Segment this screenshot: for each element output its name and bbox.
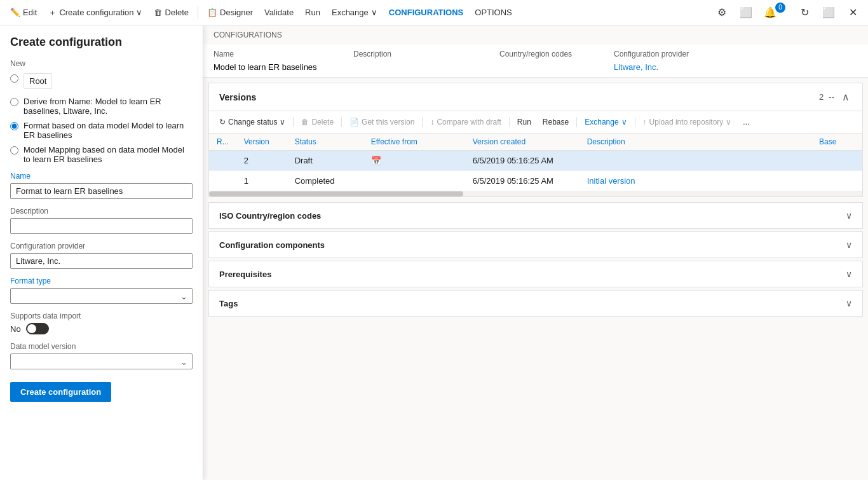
config-provider-value[interactable]: Litware, Inc.: [614, 62, 858, 72]
configurations-nav-button[interactable]: CONFIGURATIONS: [384, 5, 468, 20]
cell-effective-1: [363, 171, 465, 191]
panel-title: Create configuration: [10, 36, 193, 49]
table-row[interactable]: 2Draft📅6/5/2019 05:16:25 AM: [209, 151, 862, 171]
collapsible-header-1[interactable]: Configuration components∨: [209, 232, 862, 257]
description-field: Description: [10, 207, 193, 234]
table-header-row: R... Version Status Effective from Versi…: [209, 134, 862, 151]
country-column-header: Country/region codes: [499, 50, 614, 58]
right-content: CONFIGURATIONS Name Description Country/…: [203, 25, 868, 480]
collapsible-title-2: Prerequisites: [219, 270, 271, 279]
data-model-version-field: Data model version: [10, 342, 193, 369]
format-type-select-wrapper: [10, 288, 193, 304]
exchange-button[interactable]: Exchange ∨: [327, 5, 383, 20]
col-header-effective[interactable]: Effective from: [363, 134, 465, 151]
scroll-thumb[interactable]: [209, 191, 463, 196]
more-options-button[interactable]: ...: [738, 115, 754, 129]
horizontal-scrollbar[interactable]: [209, 191, 862, 196]
upload-repository-button[interactable]: ↑ Upload into repository ∨: [638, 115, 737, 129]
chevron-down-icon-0: ∨: [846, 210, 852, 221]
create-configuration-button[interactable]: ＋ Create configuration ∨: [43, 4, 147, 21]
rebase-button[interactable]: Rebase: [538, 115, 574, 129]
table-row[interactable]: 1Completed6/5/2019 05:16:25 AMInitial ve…: [209, 171, 862, 191]
run-button[interactable]: Run: [300, 5, 325, 20]
format-type-field: Format type: [10, 277, 193, 304]
toolbar-sep-5: [576, 117, 577, 127]
cell-r-0: [209, 151, 236, 171]
designer-button[interactable]: 📋 Designer: [202, 5, 258, 20]
versions-title: Versions: [219, 92, 819, 102]
close-button[interactable]: ✕: [843, 3, 863, 23]
versions-table: R... Version Status Effective from Versi…: [209, 134, 862, 191]
settings-icon-button[interactable]: ⚙: [712, 3, 732, 23]
name-column-header: Name: [214, 50, 353, 58]
refresh-button[interactable]: ↻: [794, 3, 815, 23]
dropdown-icon: ∨: [136, 8, 142, 17]
validate-button[interactable]: Validate: [259, 5, 299, 20]
exchange-version-button[interactable]: Exchange ∨: [580, 115, 632, 129]
exchange-dropdown-icon: ∨: [371, 8, 377, 17]
collapsible-title-1: Configuration components: [219, 240, 325, 250]
cell-base-0: [811, 151, 862, 171]
edit-button[interactable]: ✏️ Edit: [5, 5, 42, 20]
toggle-no-label: No: [10, 324, 21, 334]
supports-import-field: Supports data import No: [10, 312, 193, 334]
delete-version-button[interactable]: 🗑 Delete: [296, 115, 339, 129]
col-header-created[interactable]: Version created: [465, 134, 580, 151]
calendar-icon[interactable]: 📅: [371, 156, 381, 165]
toolbar-sep-3: [422, 117, 423, 127]
config-name-value: Model to learn ER baselines: [214, 62, 353, 72]
versions-collapse-button[interactable]: ∧: [839, 90, 852, 104]
mapping-radio-item[interactable]: Model Mapping based on data model Model …: [10, 145, 193, 164]
compare-draft-button[interactable]: ↕ Compare with draft: [425, 115, 506, 129]
versions-header: Versions 2 -- ∧: [209, 83, 862, 111]
col-header-base[interactable]: Base: [811, 134, 862, 151]
collapsible-header-3[interactable]: Tags∨: [209, 291, 862, 316]
data-model-version-label: Data model version: [10, 342, 193, 351]
get-version-button[interactable]: 📄 Get this version: [344, 115, 419, 129]
supports-import-toggle[interactable]: [26, 323, 49, 334]
name-input[interactable]: [10, 183, 193, 199]
delete-button[interactable]: 🗑 Delete: [149, 5, 194, 20]
collapsible-section-2: Prerequisites∨: [208, 261, 863, 287]
format-radio-input[interactable]: [10, 122, 18, 130]
collapsible-header-0[interactable]: ISO Country/region codes∨: [209, 203, 862, 228]
config-provider-input[interactable]: [10, 253, 193, 269]
cell-version-1: 1: [236, 171, 287, 191]
cell-effective-0: 📅: [363, 151, 465, 171]
options-nav-button[interactable]: OPTIONS: [470, 5, 517, 20]
mapping-radio-input[interactable]: [10, 146, 18, 154]
create-configuration-panel: Create configuration New Root Derive fro…: [0, 25, 203, 480]
col-header-status[interactable]: Status: [287, 134, 363, 151]
breadcrumb: CONFIGURATIONS: [203, 25, 868, 45]
change-status-dropdown-icon: ∨: [280, 118, 285, 127]
supports-import-label: Supports data import: [10, 312, 193, 320]
derive-radio-input[interactable]: [10, 98, 18, 106]
root-radio-input[interactable]: [10, 74, 18, 83]
description-input[interactable]: [10, 218, 193, 234]
derive-radio-item[interactable]: Derive from Name: Model to learn ER base…: [10, 97, 193, 116]
derive-radio-label: Derive from Name: Model to learn ER base…: [24, 97, 193, 116]
upload-icon: ↑: [643, 118, 647, 127]
nav-right-area: ⚙ ⬜ 🔔 0 ↻ ⬜ ✕: [712, 3, 863, 23]
change-status-button[interactable]: ↻ Change status ∨: [214, 115, 290, 129]
run-version-button[interactable]: Run: [512, 115, 536, 129]
collapsible-section-1: Configuration components∨: [208, 231, 863, 258]
format-type-select[interactable]: [10, 288, 193, 304]
data-model-version-select[interactable]: [10, 353, 193, 369]
root-radio-item[interactable]: Root: [10, 73, 193, 92]
collapsible-header-2[interactable]: Prerequisites∨: [209, 261, 862, 287]
format-radio-item[interactable]: Format based on data model Model to lear…: [10, 121, 193, 140]
create-configuration-button-panel[interactable]: Create configuration: [10, 382, 111, 402]
toolbar-sep-6: [635, 117, 635, 127]
compare-icon: ↕: [430, 118, 434, 127]
toolbar-sep-1: [293, 117, 294, 127]
versions-table-body: 2Draft📅6/5/2019 05:16:25 AM1Completed6/5…: [209, 151, 862, 191]
cell-r-1: [209, 171, 236, 191]
edit-icon: ✏️: [10, 8, 20, 17]
col-header-r[interactable]: R...: [209, 134, 236, 151]
col-header-description[interactable]: Description: [580, 134, 811, 151]
maximize-button[interactable]: ⬜: [818, 3, 839, 23]
col-header-version[interactable]: Version: [236, 134, 287, 151]
office-icon-button[interactable]: ⬜: [736, 3, 756, 23]
exchange-version-dropdown-icon: ∨: [621, 118, 627, 127]
